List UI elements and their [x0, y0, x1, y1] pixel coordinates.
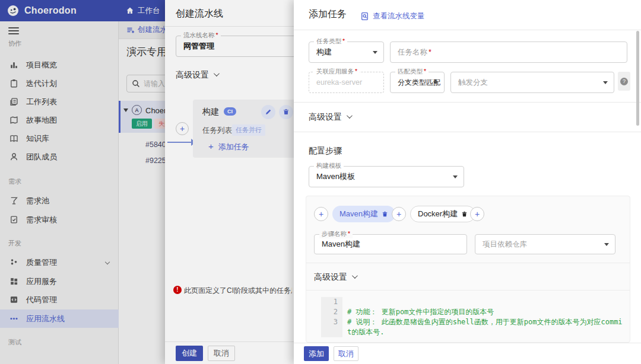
dropdown-caret-icon [453, 175, 458, 178]
chevron-down-icon [347, 113, 353, 119]
required-mark: * [424, 68, 426, 75]
step-name-field[interactable]: 步骤名称* Maven构建 [314, 234, 467, 254]
project-repo-select[interactable]: 项目依赖仓库 [475, 234, 615, 254]
add-step-button[interactable]: + [392, 207, 406, 221]
drawer-title: 添加任务 [309, 8, 347, 21]
code-line: 1 [321, 297, 624, 307]
config-steps-heading: 配置步骤 [309, 146, 342, 157]
app-root: Choerodon 协作 项目概览 迭代计划 工作列表 故事地图 知识库 团队成… [0, 0, 641, 364]
divider [306, 290, 630, 290]
divider [294, 30, 641, 30]
task-name-input[interactable]: 任务名称* [390, 41, 627, 63]
dropdown-caret-icon [373, 51, 377, 54]
step-chip-docker[interactable]: Docker构建 [410, 206, 475, 222]
advanced-settings-toggle[interactable]: 高级设置 [309, 112, 351, 123]
scrollbar-thumb[interactable] [636, 31, 639, 126]
help-button[interactable]: ? [618, 72, 630, 91]
required-mark: * [355, 68, 357, 75]
required-mark: * [429, 48, 431, 56]
divider [306, 263, 630, 263]
code-line: 2 # 功能： 更新pom文件中指定的项目的版本号 [321, 307, 624, 317]
trigger-branch-select[interactable]: 触发分支 [450, 72, 614, 93]
doc-search-icon [360, 12, 369, 21]
add-step-button[interactable]: + [470, 207, 484, 221]
build-template-select[interactable]: 构建模板 Maven模板 [309, 166, 464, 187]
step-chip-maven[interactable]: Maven构建 [332, 206, 395, 222]
steps-card: + Maven构建 + Docker构建 + 步骤名称* Maven构建 项目依 [306, 196, 630, 343]
dropdown-caret-icon [603, 81, 608, 84]
app-service-field-disabled: 关联应用服务* eureka-server [309, 72, 384, 93]
dropdown-caret-icon [433, 81, 438, 84]
required-mark: * [342, 37, 345, 44]
add-button[interactable]: 添加 [304, 346, 329, 361]
divider [294, 132, 641, 132]
plus-icon: + [396, 209, 401, 219]
plus-icon: + [475, 209, 480, 219]
question-icon: ? [620, 78, 628, 85]
trash-icon [382, 211, 388, 218]
divider [294, 343, 641, 343]
delete-step-button[interactable] [382, 211, 388, 218]
trash-icon [461, 211, 468, 218]
code-line: 3 # 说明： 此函数是猪齿鱼内置的shell函数，用于更新pom文件的版本号为… [321, 317, 624, 337]
trigger-branch-placeholder: 触发分支 [458, 78, 488, 88]
cancel-button[interactable]: 取消 [334, 346, 358, 361]
delete-step-button[interactable] [461, 211, 468, 218]
project-repo-placeholder: 项目依赖仓库 [483, 240, 527, 250]
add-step-button[interactable]: + [314, 207, 328, 221]
dropdown-caret-icon [604, 243, 609, 246]
step-name-value: Maven构建 [322, 239, 360, 250]
shell-code-editor[interactable]: 1 2 # 功能： 更新pom文件中指定的项目的版本号 3 # 说明： 此函数是… [321, 297, 624, 342]
plus-icon: + [319, 209, 323, 219]
divider [294, 102, 641, 103]
required-mark: * [348, 230, 350, 237]
task-type-select[interactable]: 任务类型* 构建 [309, 41, 384, 63]
match-type-select[interactable]: 匹配类型* 分支类型匹配 [390, 72, 445, 93]
step-advanced-settings-toggle[interactable]: 高级设置 [314, 272, 356, 283]
task-type-value: 构建 [316, 47, 332, 58]
view-pipeline-variables-link[interactable]: 查看流水线变量 [360, 11, 425, 21]
app-service-value: eureka-server [316, 78, 362, 87]
add-task-drawer: 添加任务 查看流水线变量 任务类型* 构建 任务名称* 关联应用服务* eure… [294, 0, 641, 364]
build-template-value: Maven模板 [316, 171, 355, 182]
chevron-down-icon [352, 273, 358, 279]
